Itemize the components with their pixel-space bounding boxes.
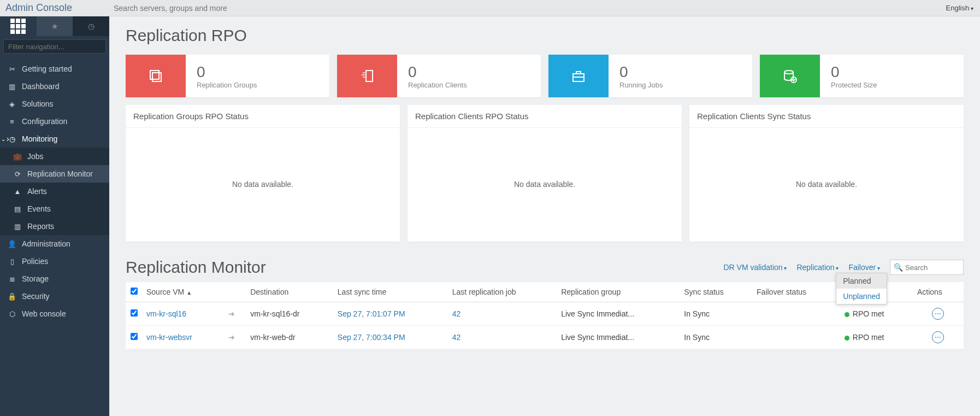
col-source[interactable]: Source VM▲: [142, 282, 224, 302]
cell-rpo-status: RPO met: [840, 326, 913, 349]
select-all-checkbox[interactable]: [131, 288, 138, 295]
nav-reports[interactable]: ▥Reports: [0, 218, 109, 235]
nav-label: Getting started: [22, 65, 72, 73]
dr-vm-validation-dropdown[interactable]: DR VM validation: [723, 263, 787, 272]
globe-icon: ⬡: [7, 310, 17, 318]
panel-title: Replication Clients Sync Status: [689, 105, 964, 128]
col-last-sync[interactable]: Last sync time: [333, 282, 448, 302]
status-panels: Replication Groups RPO Status No data av…: [126, 105, 964, 242]
sidebar-tab-favorites[interactable]: ★: [37, 16, 73, 36]
svg-rect-9: [150, 71, 159, 79]
tile-protected-size[interactable]: 0 Protected Size: [760, 55, 964, 97]
language-selector[interactable]: English: [940, 4, 980, 12]
svg-rect-7: [16, 30, 20, 34]
cell-destination: vm-kr-sql16-dr: [246, 302, 333, 326]
nav-label: Alerts: [27, 187, 47, 196]
monitor-search-input[interactable]: [905, 263, 960, 272]
sidebar-tab-recent[interactable]: ◷: [73, 16, 109, 36]
failover-dropdown[interactable]: Failover: [848, 263, 880, 272]
storage-icon: ≣: [7, 275, 17, 283]
nav-alerts[interactable]: ▲Alerts: [0, 183, 109, 200]
failover-unplanned-option[interactable]: Unplanned: [836, 289, 887, 304]
tile-running-jobs[interactable]: 0 Running Jobs: [548, 55, 752, 97]
nav-web-console[interactable]: ⬡Web console: [0, 305, 109, 323]
svg-rect-2: [21, 19, 26, 23]
user-icon: 👤: [7, 240, 17, 248]
nav-events[interactable]: ▤Events: [0, 200, 109, 218]
row-checkbox[interactable]: [131, 333, 138, 340]
nav-dashboard[interactable]: ▥Dashboard: [0, 78, 109, 95]
nav-label: Events: [27, 204, 51, 213]
last-job-link[interactable]: 42: [452, 309, 461, 318]
doc-icon: ▯: [7, 257, 17, 266]
col-arrow: [224, 282, 246, 302]
sidebar-tab-grid[interactable]: [0, 16, 37, 36]
nav-getting-started[interactable]: ✂Getting started: [0, 60, 109, 78]
sliders-icon: ≡: [7, 118, 17, 126]
tile-value: 0: [197, 63, 257, 81]
source-vm-link[interactable]: vm-kr-sql16: [146, 309, 186, 318]
briefcase-icon: 💼: [12, 153, 23, 161]
nav-replication-monitor[interactable]: ⟳Replication Monitor: [0, 165, 109, 183]
nav-label: Administration: [22, 239, 70, 248]
tile-replication-groups[interactable]: 0 Replication Groups: [126, 55, 329, 97]
search-icon: 🔍: [894, 263, 903, 272]
report-icon: ▥: [12, 222, 23, 231]
col-sync-status[interactable]: Sync status: [680, 282, 752, 302]
arrow-right-icon: ➔: [228, 333, 235, 342]
panel-groups-rpo: Replication Groups RPO Status No data av…: [126, 105, 400, 242]
sidebar: ★ ◷ ✂Getting started ▥Dashboard ◈Solutio…: [0, 16, 109, 416]
nav-label: Web console: [22, 309, 66, 318]
tile-label: Replication Groups: [197, 81, 257, 89]
list-icon: ▤: [12, 205, 23, 213]
last-sync-link[interactable]: Sep 27, 7:00:34 PM: [338, 333, 405, 342]
source-vm-link[interactable]: vm-kr-websvr: [146, 333, 192, 342]
lock-icon: 🔒: [7, 292, 17, 301]
tile-value: 0: [619, 63, 663, 81]
briefcase-icon: [548, 55, 609, 97]
failover-planned-option[interactable]: Planned: [836, 273, 887, 289]
col-destination[interactable]: Destination: [246, 282, 333, 302]
nav-label: Solutions: [22, 99, 54, 108]
sidebar-filter-input[interactable]: [3, 39, 106, 54]
nav-solutions[interactable]: ◈Solutions: [0, 95, 109, 113]
cell-sync-status: In Sync: [680, 302, 752, 326]
status-dot-icon: [845, 312, 849, 317]
row-actions-button[interactable]: ⋯: [932, 331, 944, 343]
col-last-job[interactable]: Last replication job: [448, 282, 557, 302]
svg-rect-4: [16, 24, 20, 28]
topbar: Admin Console English: [0, 0, 980, 16]
last-job-link[interactable]: 42: [452, 333, 461, 342]
monitor-title: Replication Monitor: [126, 258, 723, 277]
nav-storage[interactable]: ≣Storage: [0, 270, 109, 288]
nav-monitoring[interactable]: ⌄◷Monitoring: [0, 130, 109, 148]
grid-icon: [9, 17, 27, 35]
replication-dropdown[interactable]: Replication: [796, 263, 839, 272]
nav-policies[interactable]: ▯Policies: [0, 253, 109, 270]
svg-point-15: [784, 71, 793, 74]
col-group[interactable]: Replication group: [557, 282, 680, 302]
row-checkbox[interactable]: [131, 309, 138, 317]
last-sync-link[interactable]: Sep 27, 7:01:07 PM: [338, 309, 405, 318]
tile-replication-clients[interactable]: 0 Replication Clients: [337, 55, 541, 97]
nav-administration[interactable]: 👤Administration: [0, 235, 109, 253]
nav-security[interactable]: 🔒Security: [0, 288, 109, 305]
global-search-input[interactable]: [109, 1, 940, 15]
rpo-status-text: RPO met: [853, 333, 884, 342]
table-row: vm-kr-websvr ➔ vm-kr-web-dr Sep 27, 7:00…: [126, 326, 964, 349]
col-actions: Actions: [913, 282, 964, 302]
rpo-status-text: RPO met: [853, 309, 884, 318]
nav-label: Reports: [27, 222, 54, 231]
svg-rect-11: [366, 71, 373, 81]
svg-rect-10: [152, 73, 161, 81]
tile-value: 0: [831, 63, 877, 81]
status-dot-icon: [845, 336, 849, 341]
col-failover-status[interactable]: Failover status: [752, 282, 840, 302]
nav-label: Storage: [22, 274, 49, 283]
nav-configuration[interactable]: ≡Configuration: [0, 113, 109, 130]
monitor-actions: DR VM validation Replication Failover 🔍 …: [723, 260, 964, 275]
row-actions-button[interactable]: ⋯: [932, 308, 944, 320]
monitor-icon: ◷: [7, 135, 17, 143]
nav-jobs[interactable]: 💼Jobs: [0, 148, 109, 165]
nav-list: ✂Getting started ▥Dashboard ◈Solutions ≡…: [0, 60, 109, 323]
